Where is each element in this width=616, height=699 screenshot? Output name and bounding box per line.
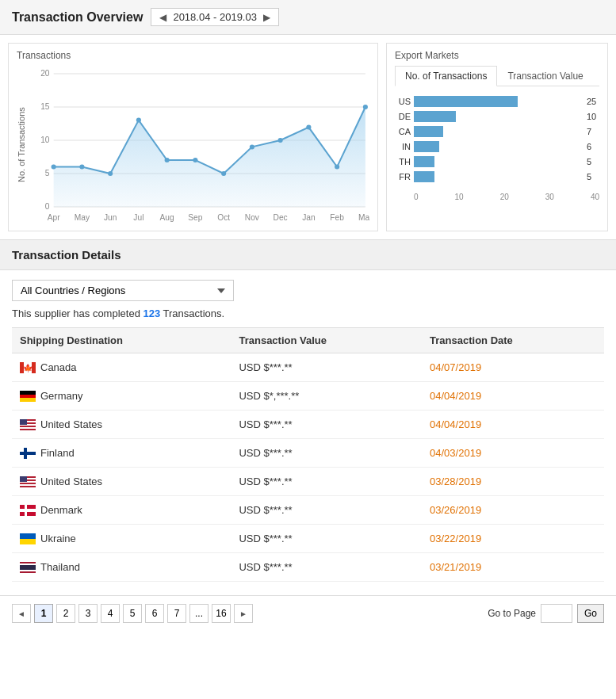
svg-point-12 [79,165,84,170]
svg-rect-59 [20,539,36,544]
bar-fill [414,141,439,152]
country-name: Canada [40,361,77,373]
country-name: United States [40,418,102,430]
bar-row: IN6 [395,141,599,152]
table-header-row: Shipping Destination Transaction Value T… [12,328,604,353]
svg-text:Jan: Jan [302,213,315,222]
export-markets-chart: Export Markets No. of Transactions Trans… [386,43,608,231]
svg-text:Apr: Apr [48,213,61,222]
svg-rect-39 [20,391,36,395]
transaction-date-cell: 03/22/2019 [422,525,604,553]
country-flag [20,419,36,430]
pagination-row: ◄1234567...16► Go to Page Go [0,595,616,631]
table-row: DenmarkUSD $***.**03/26/2019 [12,496,604,525]
date-nav: ◀ 2018.04 - 2019.03 ▶ [151,8,279,26]
svg-rect-46 [20,419,27,425]
country-cell: United States [12,468,231,496]
svg-rect-48 [20,452,36,455]
svg-rect-41 [20,398,36,402]
bar-track [414,141,580,152]
page-btn[interactable]: 4 [101,604,120,623]
table-row: United StatesUSD $***.**04/04/2019 [12,411,604,439]
transaction-date-cell: 04/04/2019 [422,382,604,411]
svg-rect-45 [20,427,36,429]
bar-label: IN [395,142,411,151]
export-markets-title: Export Markets [395,50,599,61]
country-cell: Germany [12,382,231,411]
bar-row: CA7 [395,126,599,137]
page-btn[interactable]: 3 [78,604,98,623]
go-button[interactable]: Go [577,604,604,623]
svg-rect-53 [20,484,36,486]
svg-point-11 [52,165,56,170]
bar-fill [414,96,518,107]
country-filter-select[interactable]: All Countries / Regions [12,280,234,301]
details-body: All Countries / Regions This supplier ha… [0,270,616,591]
goto-label: Go to Page [488,608,536,619]
page-btn[interactable]: 6 [145,604,164,623]
bar-value: 6 [587,142,599,151]
svg-point-15 [165,158,170,162]
page-btn[interactable]: ... [189,604,209,623]
transaction-date-cell: 03/26/2019 [422,496,604,525]
col-destination: Shipping Destination [12,328,231,353]
country-name: Germany [40,390,82,402]
svg-marker-10 [54,107,365,207]
transaction-details-header: Transaction Details [0,239,616,270]
svg-rect-40 [20,395,36,398]
transaction-value-cell: USD $***.** [231,353,422,382]
svg-rect-62 [20,565,36,570]
country-cell: Ukraine [12,525,231,553]
goto-page: Go to Page Go [488,604,604,623]
svg-text:Oct: Oct [217,213,230,222]
next-page-btn[interactable]: ► [234,604,253,623]
svg-text:5: 5 [45,169,50,178]
bar-axis: 0 10 20 30 40 [414,193,599,201]
svg-text:10: 10 [40,136,50,144]
country-cell: Thailand [12,553,231,582]
tab-transaction-value[interactable]: Transaction Value [497,66,593,86]
svg-point-20 [306,125,311,130]
country-cell: Denmark [12,496,231,525]
country-name: Denmark [40,504,82,516]
country-flag [20,562,36,573]
bar-row: TH5 [395,156,599,167]
page-btn[interactable]: 16 [212,604,231,623]
transaction-count-text: This supplier has completed 123 Transact… [12,307,604,319]
svg-point-16 [193,158,197,162]
bar-label: FR [395,172,411,181]
bar-value: 5 [587,172,599,181]
transactions-table: Shipping Destination Transaction Value T… [12,327,604,582]
svg-rect-57 [20,509,36,512]
next-date-btn[interactable]: ▶ [262,12,272,23]
svg-text:🍁: 🍁 [23,363,33,373]
bar-row: DE10 [395,111,599,122]
svg-text:May: May [75,213,90,222]
table-row: GermanyUSD $*,***.**04/04/2019 [12,382,604,411]
bar-value: 10 [587,112,599,121]
svg-point-14 [136,118,141,123]
prev-page-btn[interactable]: ◄ [12,604,31,623]
svg-text:Mar: Mar [358,213,369,222]
filter-row: All Countries / Regions [12,280,604,301]
tab-no-transactions[interactable]: No. of Transactions [395,66,497,86]
svg-text:Dec: Dec [274,213,288,222]
svg-point-19 [278,138,283,143]
charts-row: Transactions No. of Transactions 20 15 1… [0,35,616,239]
svg-text:20: 20 [40,69,50,78]
table-row: UkraineUSD $***.**03/22/2019 [12,525,604,553]
bar-label: DE [395,112,411,121]
svg-text:Jul: Jul [133,213,143,222]
svg-text:Jun: Jun [104,213,117,222]
svg-point-13 [108,171,113,176]
goto-input[interactable] [541,604,572,623]
col-value: Transaction Value [231,328,422,353]
page-btn[interactable]: 1 [34,604,53,623]
svg-text:Sep: Sep [188,213,203,222]
prev-date-btn[interactable]: ◀ [158,12,168,23]
page-btn[interactable]: 7 [167,604,186,623]
page-btn[interactable]: 5 [123,604,142,623]
page-btn[interactable]: 2 [56,604,75,623]
svg-text:Feb: Feb [330,213,344,222]
bar-fill [414,126,443,137]
